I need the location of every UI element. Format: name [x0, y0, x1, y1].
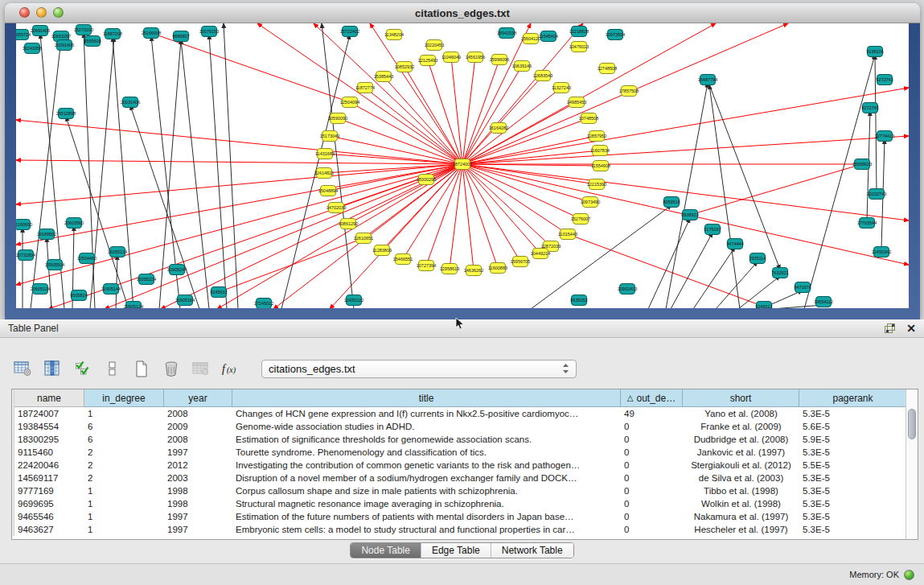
graph-node[interactable]: 15173049 — [320, 131, 339, 142]
graph-node[interactable]: 12125493 — [418, 56, 437, 66]
graph-node[interactable]: 10732804 — [16, 250, 35, 261]
tab-node-table[interactable]: Node Table — [351, 543, 421, 558]
graph-node[interactable]: 18300295 — [417, 175, 436, 185]
graph-node[interactable]: 12504460 — [77, 253, 97, 264]
graph-node[interactable]: 9245632 — [210, 287, 227, 298]
select-all-columns-icon[interactable] — [71, 357, 93, 380]
graph-node[interactable]: 15905504 — [45, 260, 64, 270]
graph-node[interactable]: 25166008 — [142, 28, 161, 39]
graph-node[interactable]: 10973490 — [581, 197, 600, 208]
graph-node[interactable]: 10748508 — [579, 113, 598, 124]
graph-node[interactable]: 15604120 — [521, 34, 540, 44]
window-titlebar[interactable]: citations_edges.txt — [5, 3, 920, 23]
graph-node[interactable]: 11283809 — [372, 245, 392, 256]
close-window-button[interactable] — [19, 7, 30, 18]
graph-node[interactable]: 11431683 — [315, 149, 335, 159]
graph-node[interactable]: 11545404 — [539, 31, 558, 42]
graph-node[interactable]: 16164282 — [489, 123, 508, 134]
graph-node[interactable]: 12504094 — [340, 97, 359, 108]
column-header-short[interactable]: short — [683, 389, 799, 407]
zoom-window-button[interactable] — [53, 7, 64, 18]
graph-node[interactable]: 10852932 — [395, 62, 414, 72]
new-column-icon[interactable] — [130, 357, 153, 380]
table-row[interactable]: 969969511998Structural magnetic resonanc… — [12, 497, 918, 510]
graph-node[interactable]: 10973504 — [606, 30, 625, 40]
graph-node[interactable]: 9198106 — [866, 47, 883, 57]
table-row[interactable]: 977716911998Corpus callosum shape and si… — [12, 484, 918, 497]
graph-node[interactable]: 10476013 — [569, 42, 589, 52]
column-header-name[interactable]: name — [14, 389, 84, 407]
graph-node[interactable]: 10654112 — [814, 297, 833, 307]
graph-node[interactable]: 10449214 — [531, 249, 550, 259]
graph-node[interactable]: 12683549 — [533, 71, 552, 81]
close-panel-icon[interactable]: ✕ — [906, 323, 916, 334]
graph-node[interactable]: 2935114 — [749, 253, 766, 264]
graph-node[interactable]: 25160650 — [16, 220, 32, 230]
table-selector-dropdown[interactable]: citations_edges.txt — [261, 360, 577, 378]
graph-node[interactable]: 11872774 — [355, 83, 375, 93]
graph-node[interactable]: 12414821 — [314, 168, 334, 179]
graph-node[interactable]: 18941538 — [497, 28, 516, 39]
table-row[interactable]: 1938455462009Genome-wide association stu… — [12, 420, 918, 433]
graph-node[interactable]: 17245012 — [254, 299, 273, 309]
float-panel-icon[interactable] — [884, 323, 897, 334]
column-header-out_de[interactable]: △out_de… — [621, 389, 683, 407]
graph-node[interactable]: 9245012 — [755, 302, 772, 309]
graph-node[interactable]: 11554908 — [591, 161, 610, 171]
graph-node[interactable]: 8059518 — [663, 197, 680, 208]
graph-node[interactable]: 12215390 — [587, 179, 606, 190]
graph-node[interactable]: 8471676 — [794, 282, 811, 293]
graph-node[interactable]: 16055724 — [16, 30, 31, 40]
column-header-year[interactable]: year — [164, 389, 232, 407]
graph-node[interactable]: 15956705 — [511, 257, 530, 267]
graph-node[interactable]: 17857508 — [619, 86, 639, 97]
graph-node[interactable]: 26510898 — [56, 109, 76, 119]
graph-node[interactable]: 10727394 — [417, 261, 436, 271]
graph-node[interactable]: 15273100 — [74, 25, 93, 35]
graph-node[interactable]: 10590090 — [328, 113, 347, 124]
graph-node[interactable]: 15722402 — [340, 27, 359, 37]
graph-node[interactable]: 9474444 — [726, 239, 743, 249]
graph-node[interactable]: 16905184 — [175, 295, 195, 306]
graph-node[interactable]: 11327243 — [552, 83, 571, 93]
table-row[interactable]: 1872400712008Changes of HCN gene express… — [12, 407, 918, 420]
graph-node[interactable]: 20603560 — [64, 218, 84, 229]
graph-node[interactable]: 8272745 — [861, 103, 878, 113]
graph-node[interactable]: 10902413 — [618, 284, 637, 295]
graph-node[interactable]: 12774413 — [875, 131, 894, 142]
graph-node[interactable]: 16189502 — [37, 229, 56, 240]
tab-edge-table[interactable]: Edge Table — [421, 543, 491, 558]
graph-node[interactable]: 11046049 — [441, 52, 461, 63]
graph-node[interactable]: 16487794 — [698, 75, 717, 85]
table-settings-icon[interactable] — [11, 357, 34, 380]
vertical-scrollbar[interactable] — [906, 389, 918, 539]
graph-node[interactable]: 12450342 — [872, 247, 891, 257]
graph-node[interactable]: 15055224 — [137, 274, 156, 285]
graph-node[interactable]: 14702039 — [326, 203, 346, 213]
table-row[interactable]: 1456911722003Disruption of a novel membe… — [12, 472, 918, 484]
table-row[interactable]: 946362711997Embryonic stem cells: a mode… — [12, 523, 918, 536]
graph-node[interactable]: 9505824 — [70, 290, 87, 301]
graph-node[interactable]: 8635052 — [570, 295, 587, 306]
graph-node[interactable]: 12857950 — [587, 131, 606, 142]
tab-network-table[interactable]: Network Table — [491, 543, 573, 558]
graph-node[interactable]: 17703544 — [857, 218, 877, 229]
graph-node[interactable]: 9272743 — [876, 75, 893, 85]
graph-node[interactable]: 6179197 — [704, 225, 721, 235]
column-header-pagerank[interactable]: pagerank — [799, 389, 907, 407]
graph-node[interactable]: 12748508 — [598, 64, 617, 74]
graph-node[interactable]: 16241056 — [23, 43, 42, 54]
graph-node[interactable]: 11887208 — [103, 29, 122, 39]
graph-node[interactable]: 18724007 — [453, 159, 472, 170]
table-row[interactable]: 911546021997Tourette syndrome. Phenomeno… — [12, 446, 918, 459]
graph-node[interactable]: 11015443 — [558, 229, 577, 240]
graph-node[interactable]: 12218838 — [569, 27, 589, 37]
graph-node[interactable]: 14985453 — [567, 97, 586, 108]
graph-node[interactable]: 8938923 — [681, 210, 698, 220]
table-row[interactable]: 2242004622012Investigating the contribut… — [12, 459, 918, 472]
graph-node[interactable]: 9565608 — [84, 36, 101, 47]
minimize-window-button[interactable] — [36, 7, 47, 18]
graph-node[interactable]: 7632621 — [771, 268, 788, 278]
delete-column-icon[interactable] — [160, 357, 183, 380]
table-row[interactable]: 946554611997Estimation of the future num… — [12, 510, 918, 523]
